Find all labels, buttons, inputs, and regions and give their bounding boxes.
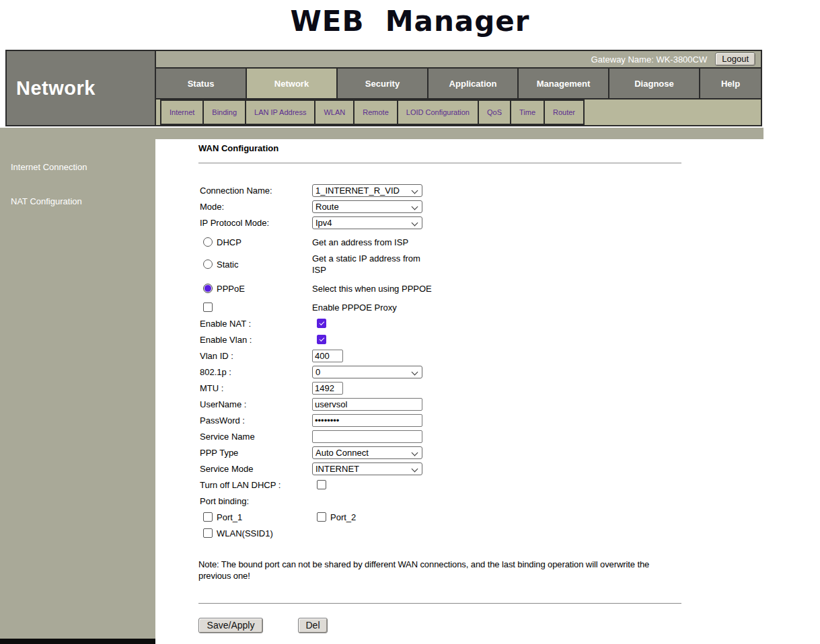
divider-bottom — [198, 603, 681, 604]
del-button[interactable]: Del — [298, 618, 328, 633]
ip-protocol-mode-select[interactable]: Ipv4 — [312, 216, 422, 229]
tab-application[interactable]: Application — [428, 69, 519, 98]
tab-status[interactable]: Status — [156, 69, 247, 98]
ip-protocol-mode-label: IP Protocol Mode: — [198, 218, 312, 228]
dhcp-radio[interactable] — [203, 237, 213, 247]
pppoe-label: PPPoE — [217, 284, 245, 294]
password-label: PassWord : — [198, 415, 312, 426]
static-label: Static — [217, 259, 239, 270]
wlan-ssid1-label: WLAN(SSID1) — [217, 528, 273, 538]
turn-off-lan-dhcp-label: Turn off LAN DHCP : — [198, 480, 312, 490]
row-mtu: MTU : — [198, 380, 681, 396]
subtab-time[interactable]: Time — [510, 99, 545, 125]
page-title: WAN Configuration — [198, 143, 681, 154]
row-ppp-type: PPP Type Auto Connect — [198, 444, 681, 460]
row-pppoe: PPPoE Select this when using PPPOE — [198, 278, 681, 299]
note-text: Note: The bound port can not be shared b… — [198, 559, 681, 581]
subtab-remote[interactable]: Remote — [353, 99, 398, 125]
action-buttons: Save/Apply Del — [198, 617, 681, 633]
row-802-1p: 802.1p : 0 — [198, 364, 681, 380]
mtu-label: MTU : — [198, 383, 312, 393]
row-pppoe-proxy: Enable PPPOE Proxy — [198, 299, 681, 315]
static-radio[interactable] — [203, 259, 213, 269]
row-wlan-ssid1: WLAN(SSID1) — [198, 525, 681, 541]
turn-off-lan-dhcp-checkbox[interactable] — [317, 480, 326, 489]
row-password: PassWord : — [198, 412, 681, 428]
wlan-ssid1-checkbox[interactable] — [203, 528, 213, 538]
port-2-label: Port_2 — [330, 512, 356, 522]
row-vlan-id: Vlan ID : — [198, 348, 681, 364]
row-dhcp: DHCP Get an address from ISP — [198, 233, 681, 251]
subtab-loid-configuration[interactable]: LOID Configuration — [397, 99, 479, 125]
ppp-type-label: PPP Type — [198, 448, 312, 458]
row-port-binding-label: Port binding: — [198, 493, 681, 509]
subtab-lan-ip-address[interactable]: LAN IP Address — [245, 99, 315, 125]
port-2-checkbox[interactable] — [317, 512, 326, 522]
tab-security[interactable]: Security — [338, 69, 428, 98]
password-input[interactable] — [312, 414, 422, 427]
section-title-box: Network — [7, 51, 156, 125]
gateway-name: Gateway Name: WK-3800CW — [591, 54, 708, 65]
row-ports: Port_1 Port_2 — [198, 509, 681, 525]
sidebar: Internet Connection NAT Configuration — [0, 128, 155, 639]
row-service-mode: Service Mode INTERNET — [198, 460, 681, 477]
username-label: UserName : — [198, 399, 312, 409]
sidebar-item-internet-connection[interactable]: Internet Connection — [0, 162, 155, 173]
subtab-internet[interactable]: Internet — [160, 99, 204, 125]
save-apply-button[interactable]: Save/Apply — [198, 618, 263, 633]
vlan-id-label: Vlan ID : — [198, 351, 312, 361]
pppoe-radio[interactable] — [203, 284, 213, 293]
connection-name-select[interactable]: 1_INTERNET_R_VID — [312, 184, 422, 197]
enable-vlan-label: Enable Vlan : — [198, 335, 312, 345]
service-mode-select[interactable]: INTERNET — [312, 462, 422, 475]
ppp-type-select[interactable]: Auto Connect — [312, 446, 422, 459]
row-mode: Mode: Route — [198, 198, 681, 214]
pppoe-proxy-desc: Enable PPPOE Proxy — [312, 303, 397, 313]
tab-help[interactable]: Help — [700, 69, 761, 98]
dhcp-label: DHCP — [217, 237, 241, 247]
header: Network Gateway Name: WK-3800CW Logout S… — [5, 50, 762, 126]
app-title: WEB Manager — [0, 3, 820, 40]
row-enable-vlan: Enable Vlan : — [198, 331, 681, 348]
dhcp-desc: Get an address from ISP — [312, 237, 408, 247]
header-right: Gateway Name: WK-3800CW Logout Status Ne… — [156, 51, 761, 125]
sub-tabs: Internet Binding LAN IP Address WLAN Rem… — [156, 99, 761, 125]
subtab-binding[interactable]: Binding — [202, 99, 246, 125]
sidebar-item-nat-configuration[interactable]: NAT Configuration — [0, 196, 155, 207]
main-tabs: Status Network Security Application Mana… — [156, 69, 761, 99]
row-enable-nat: Enable NAT : — [198, 315, 681, 331]
tab-network[interactable]: Network — [247, 69, 338, 98]
802-1p-select[interactable]: 0 — [312, 366, 422, 378]
row-static: Static Get a static IP address from ISP — [198, 251, 681, 278]
gateway-bar: Gateway Name: WK-3800CW Logout — [156, 51, 761, 69]
tab-management[interactable]: Management — [519, 69, 609, 98]
enable-vlan-checkbox[interactable] — [317, 335, 326, 344]
service-name-input[interactable] — [312, 430, 422, 443]
enable-nat-label: Enable NAT : — [198, 319, 312, 329]
static-desc: Get a static IP address from ISP — [312, 253, 428, 276]
subtab-qos[interactable]: QoS — [478, 99, 511, 125]
port-binding-label: Port binding: — [198, 496, 312, 506]
subtab-wlan[interactable]: WLAN — [314, 99, 355, 125]
service-name-label: Service Name — [198, 432, 312, 442]
vlan-id-input[interactable] — [312, 350, 343, 362]
row-connection-name: Connection Name: 1_INTERNET_R_VID — [198, 182, 681, 198]
pppoe-desc: Select this when using PPPOE — [312, 284, 432, 294]
username-input[interactable] — [312, 398, 422, 411]
service-mode-label: Service Mode — [198, 464, 312, 474]
row-ip-protocol-mode: IP Protocol Mode: Ipv4 — [198, 214, 681, 231]
row-service-name: Service Name — [198, 428, 681, 444]
802-1p-label: 802.1p : — [198, 367, 312, 377]
enable-nat-checkbox[interactable] — [317, 319, 326, 328]
mtu-input[interactable] — [312, 382, 343, 395]
header-underlay-band — [155, 128, 763, 139]
subtab-router[interactable]: Router — [544, 99, 585, 125]
logout-button[interactable]: Logout — [715, 52, 755, 66]
mode-label: Mode: — [198, 202, 312, 212]
mode-select[interactable]: Route — [312, 200, 422, 213]
row-username: UserName : — [198, 396, 681, 412]
pppoe-proxy-checkbox[interactable] — [203, 303, 213, 312]
connection-name-label: Connection Name: — [198, 186, 312, 196]
port-1-checkbox[interactable] — [203, 512, 213, 522]
tab-diagnose[interactable]: Diagnose — [609, 69, 700, 98]
